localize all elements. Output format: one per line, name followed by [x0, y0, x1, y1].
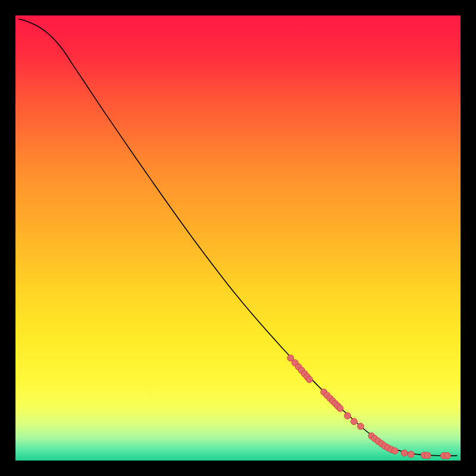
data-point — [401, 450, 408, 456]
chart-svg — [15, 15, 461, 461]
gradient-background — [15, 15, 461, 461]
plot-area — [15, 15, 461, 461]
data-point — [444, 452, 450, 459]
data-point — [345, 412, 351, 419]
data-point — [351, 418, 358, 425]
data-point — [392, 447, 398, 454]
data-point — [306, 376, 312, 383]
data-point — [408, 451, 414, 458]
chart-frame: TheBottleneck.com — [0, 0, 476, 476]
data-point — [337, 405, 343, 412]
data-point — [424, 452, 431, 459]
plot-outer: TheBottleneck.com — [15, 15, 461, 461]
data-point — [358, 423, 364, 430]
